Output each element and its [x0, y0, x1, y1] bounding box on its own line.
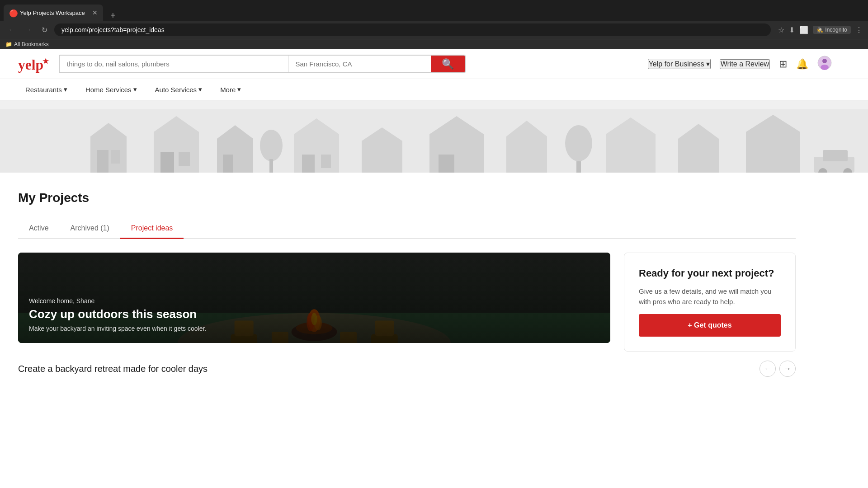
search-icon: 🔍: [442, 58, 454, 70]
new-tab-button[interactable]: +: [107, 10, 119, 21]
svg-rect-15: [269, 159, 273, 173]
nav-item-more[interactable]: More ▾: [213, 79, 248, 100]
search-where-input[interactable]: [288, 56, 431, 72]
dropdown-chevron-icon: ▾: [706, 60, 710, 68]
tab-close-button[interactable]: ✕: [92, 9, 98, 16]
next-arrow-button[interactable]: →: [779, 361, 796, 377]
search-form: 🔍: [59, 55, 466, 73]
svg-rect-8: [111, 150, 120, 164]
svg-rect-11: [179, 152, 190, 166]
tab-archived[interactable]: Archived (1): [60, 219, 120, 239]
browser-chrome: 🔴 Yelp Projects Workspace ✕ + ← → ↻ ☆ ⬇ …: [0, 0, 868, 49]
svg-rect-7: [97, 150, 108, 173]
hero-silhouette-svg: [0, 109, 868, 173]
tab-active[interactable]: Active: [18, 219, 60, 239]
svg-point-23: [565, 125, 592, 161]
section-footer-title: Create a backyard retreat made for coole…: [18, 364, 208, 374]
yelp-for-business-button[interactable]: Yelp for Business ▾: [648, 59, 711, 69]
nav-arrows: ← →: [760, 361, 796, 377]
yelp-header-inner: yelp 🔍 Yelp for Business ▾ Write a Revie…: [18, 49, 832, 79]
svg-rect-21: [439, 155, 454, 173]
svg-rect-13: [223, 155, 233, 173]
tab-favicon: 🔴: [9, 9, 16, 16]
tab-project-ideas[interactable]: Project ideas: [120, 219, 184, 239]
feature-card-title: Cozy up outdoors this season: [29, 307, 599, 321]
svg-text:yelp: yelp: [18, 57, 43, 73]
nav-item-auto-services[interactable]: Auto Services ▾: [148, 79, 210, 100]
prev-arrow-button[interactable]: ←: [760, 361, 776, 377]
side-card-desc: Give us a few details, and we will match…: [639, 286, 781, 307]
bookmarks-folder-icon: 📁: [5, 41, 12, 47]
side-card-title: Ready for your next project?: [639, 267, 781, 279]
nav-label-more: More: [220, 86, 236, 94]
nav-chevron-auto-services: ▾: [198, 85, 202, 94]
svg-marker-1: [42, 58, 49, 64]
feature-card-overlay: Welcome home, Shane Cozy up outdoors thi…: [18, 253, 610, 343]
nav-chevron-home-services: ▾: [133, 85, 137, 94]
svg-rect-17: [302, 155, 315, 173]
browser-controls: ← → ↻ ☆ ⬇ ⬜ 🕵 Incognito ⋮: [0, 21, 868, 39]
yelp-logo[interactable]: yelp: [18, 55, 50, 73]
nav-chevron-more: ▾: [237, 85, 241, 94]
bookmarks-bar: 📁 All Bookmarks: [0, 39, 868, 49]
yelp-header: yelp 🔍 Yelp for Business ▾ Write a Revie…: [0, 49, 868, 79]
nav-item-restaurants[interactable]: Restaurants ▾: [18, 79, 75, 100]
header-right: Yelp for Business ▾ Write a Review ⊞ 🔔: [648, 56, 832, 73]
svg-point-4: [821, 65, 829, 70]
svg-point-3: [822, 59, 827, 63]
nav-label-restaurants: Restaurants: [25, 86, 62, 94]
nav-item-home-services[interactable]: Home Services ▾: [78, 79, 144, 100]
section-footer: Create a backyard retreat made for coole…: [18, 361, 796, 386]
browser-tab-bar: 🔴 Yelp Projects Workspace ✕ +: [0, 0, 868, 21]
tabs-container: Active Archived (1) Project ideas: [18, 219, 796, 239]
back-button[interactable]: ←: [5, 23, 18, 36]
forward-button[interactable]: →: [22, 23, 34, 36]
bookmark-icon[interactable]: ☆: [778, 26, 784, 34]
nav-chevron-restaurants: ▾: [64, 85, 67, 94]
reload-button[interactable]: ↻: [38, 23, 51, 36]
feature-card: Welcome home, Shane Cozy up outdoors thi…: [18, 253, 610, 343]
nav-bar: Restaurants ▾ Home Services ▾ Auto Servi…: [0, 79, 868, 100]
svg-point-14: [260, 130, 283, 161]
browser-tab-active[interactable]: 🔴 Yelp Projects Workspace ✕: [4, 5, 103, 21]
download-icon[interactable]: ⬇: [789, 26, 795, 34]
browser-toolbar-right: ☆ ⬇ ⬜ 🕵 Incognito ⋮: [778, 26, 863, 34]
svg-rect-10: [160, 152, 174, 173]
feature-card-subtitle: Welcome home, Shane: [29, 297, 599, 305]
hero-banner: [0, 100, 868, 173]
incognito-label: Incognito: [825, 27, 847, 33]
content-grid: Welcome home, Shane Cozy up outdoors thi…: [18, 253, 796, 352]
search-button[interactable]: 🔍: [431, 56, 465, 72]
nav-label-auto-services: Auto Services: [155, 86, 197, 94]
tab-title: Yelp Projects Workspace: [20, 9, 89, 16]
notifications-icon[interactable]: 🔔: [796, 58, 808, 70]
nav-label-home-services: Home Services: [85, 86, 132, 94]
avatar-icon: [817, 56, 832, 70]
yelp-logo-svg: yelp: [18, 55, 50, 73]
collections-icon[interactable]: ⊞: [779, 58, 787, 70]
svg-rect-24: [576, 161, 581, 173]
bookmarks-link[interactable]: All Bookmarks: [14, 41, 49, 47]
search-what-input[interactable]: [60, 56, 288, 72]
svg-rect-18: [321, 155, 331, 168]
get-quotes-button[interactable]: + Get quotes: [639, 314, 781, 337]
yelp-for-business-label: Yelp for Business: [649, 60, 704, 68]
address-bar[interactable]: [54, 23, 771, 36]
menu-button[interactable]: ⋮: [855, 26, 863, 34]
side-card: Ready for your next project? Give us a f…: [624, 253, 796, 352]
profile-icon[interactable]: ⬜: [799, 26, 808, 34]
main-content: My Projects Active Archived (1) Project …: [0, 173, 814, 386]
feature-card-desc: Make your backyard an inviting space eve…: [29, 325, 599, 332]
incognito-badge: 🕵 Incognito: [813, 26, 851, 34]
incognito-icon: 🕵: [816, 27, 823, 33]
user-avatar[interactable]: [817, 56, 832, 73]
page-title: My Projects: [18, 191, 796, 205]
svg-rect-29: [823, 150, 848, 161]
write-review-button[interactable]: Write a Review: [720, 59, 770, 69]
